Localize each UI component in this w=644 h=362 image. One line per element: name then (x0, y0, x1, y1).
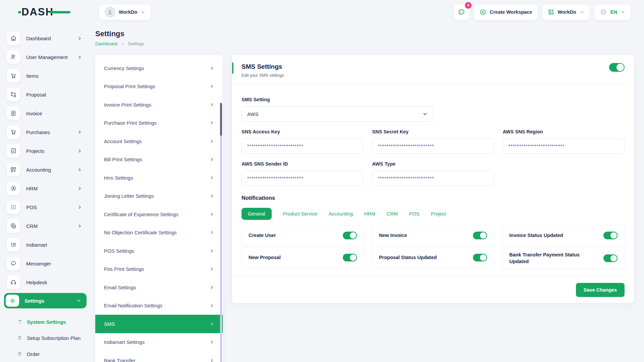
menu-item-email-settings[interactable]: Email Settings (95, 278, 223, 297)
squares-transfer-icon (7, 88, 20, 101)
sidebar-item-items[interactable]: Items (0, 66, 91, 85)
menu-item-account-settings[interactable]: Account Settings (95, 132, 223, 150)
sidebar-item-hrm[interactable]: HRM (0, 179, 91, 198)
headphones-icon (7, 276, 20, 289)
chevron-right-icon (77, 205, 82, 209)
create-user-toggle[interactable] (343, 232, 357, 239)
sidebar-item-crm[interactable]: CRM (0, 217, 91, 235)
chevron-right-icon (210, 340, 214, 344)
sms-settings-enable-toggle[interactable] (609, 63, 625, 72)
person-scan-icon (7, 182, 20, 195)
sidebar-item-indiamart[interactable]: Indiamart (0, 235, 91, 254)
create-workspace-button[interactable]: Create Workspace (474, 4, 537, 20)
bank-transfer-payment-status-toggle[interactable] (603, 254, 618, 262)
breadcrumb-current: Settings (128, 41, 144, 46)
field-sns-secret-key: SNS Secret Key (372, 129, 494, 154)
menu-item-indiamart-settings[interactable]: Indiamart Settings (95, 333, 223, 352)
chevron-right-icon (77, 168, 82, 172)
chevron-right-icon (77, 36, 82, 41)
chevron-down-icon (141, 10, 145, 14)
sns-access-key-input[interactable] (241, 138, 363, 154)
menu-item-no-objection-certificate-settings[interactable]: No Objection Certificate Settings (95, 224, 223, 242)
menu-item-currency-settings[interactable]: Currency Settings (95, 59, 223, 77)
aws-sns-sender-id-input[interactable] (241, 171, 363, 186)
chevron-right-icon (210, 121, 214, 125)
plus-circle-icon (479, 9, 486, 16)
menu-item-bill-print-settings[interactable]: Bill Print Settings (95, 150, 223, 169)
submenu-item-setup-subscription-plan[interactable]: Setup Subscription Plan (0, 330, 91, 346)
tab-accounting[interactable]: Accounting (329, 208, 353, 220)
chevron-right-icon (210, 103, 214, 107)
tab-product-service[interactable]: Product Service (283, 208, 317, 220)
proposal-status-updated-toggle[interactable] (473, 254, 487, 261)
brand-logo[interactable]: DASH (21, 6, 72, 18)
workspace-switcher[interactable]: WorkDo (99, 4, 151, 20)
language-button[interactable]: EN (594, 4, 631, 20)
tab-pos[interactable]: POS (409, 208, 420, 220)
menu-item-pos-settings[interactable]: POS Settings (95, 242, 223, 260)
sidebar-item-user-management[interactable]: User Management (0, 48, 91, 66)
menu-item-pos-print-settings[interactable]: Pos Print Settings (95, 260, 223, 279)
chevron-right-icon (210, 230, 214, 235)
sidebar-item-purchases[interactable]: Purchases (0, 123, 91, 141)
scrollbar-track[interactable] (220, 103, 222, 362)
chevron-right-icon (210, 267, 214, 271)
menu-item-proposal-print-settings[interactable]: Proposal Print Settings (95, 77, 223, 96)
menu-item-certificate-of-experience-settings[interactable]: Certificate of Experience Settings (95, 205, 223, 224)
sidebar-item-messenger[interactable]: Messenger (0, 254, 91, 273)
bullet-icon (18, 320, 21, 323)
submenu-item-system-settings[interactable]: System Settings (0, 314, 91, 330)
menu-item-invoice-print-settings[interactable]: Invoice Print Settings (95, 96, 223, 114)
toggle-knob (616, 64, 624, 71)
notification-card-new-proposal: New Proposal (241, 247, 364, 268)
scrollbar-thumb[interactable] (220, 103, 222, 136)
check-square-icon (7, 144, 20, 158)
brand-name: DASH (21, 6, 54, 18)
new-proposal-toggle[interactable] (343, 254, 357, 261)
panel-header: SMS Settings Edit your SMS settings (232, 55, 634, 85)
aws-type-input[interactable] (372, 171, 494, 186)
menu-item-purchase-print-settings[interactable]: Purchase Print Settings (95, 114, 223, 132)
menu-item-hrm-settings[interactable]: Hrm Settings (95, 169, 223, 187)
messages-button[interactable]: 0 (454, 4, 469, 20)
sidebar-item-pos[interactable]: POS (0, 198, 91, 217)
submenu-item-order[interactable]: Order (0, 346, 91, 362)
sidebar-item-accounting[interactable]: Accounting (0, 160, 91, 179)
invoice-status-updated-toggle[interactable] (603, 232, 618, 239)
panel-body: SMS Setting AWS SNS Access Key SNS Se (232, 85, 634, 277)
breadcrumb: Dashboard Settings (95, 41, 634, 46)
sidebar-item-projects[interactable]: Projects (0, 141, 91, 160)
grid-plus-icon (7, 163, 20, 176)
workdo-menu-button[interactable]: WorkDo (542, 4, 590, 20)
sidebar-item-invoice[interactable]: Invoice (0, 104, 91, 123)
chevron-right-icon (77, 130, 82, 134)
tab-hrm[interactable]: HRM (364, 208, 375, 220)
toggle-knob (610, 255, 617, 261)
workdo-menu-label: WorkDo (558, 9, 576, 15)
breadcrumb-dashboard-link[interactable]: Dashboard (95, 41, 117, 46)
panel-footer: Save Changes (232, 277, 634, 303)
panel-title: SMS Settings (241, 63, 284, 70)
aws-sns-region-input[interactable] (503, 138, 625, 154)
menu-item-bank-transfer[interactable]: Bank Transfer (95, 351, 223, 362)
tab-project[interactable]: Project (431, 208, 446, 220)
tab-crm[interactable]: CRM (387, 208, 398, 220)
menu-item-sms[interactable]: SMS (95, 315, 223, 333)
sidebar-item-helpdesk[interactable]: Helpdesk (0, 273, 91, 292)
sidebar-item-dashboard[interactable]: Dashboard (0, 29, 91, 48)
notification-column: Invoice Status Updated Bank Transfer Pay… (502, 225, 625, 269)
sidebar-item-settings[interactable]: Settings (4, 293, 87, 308)
sms-provider-select[interactable]: AWS (241, 106, 433, 122)
new-invoice-toggle[interactable] (473, 232, 487, 239)
tab-general[interactable]: General (241, 208, 272, 220)
sidebar-item-proposal[interactable]: Proposal (0, 85, 91, 104)
save-changes-button[interactable]: Save Changes (576, 283, 625, 297)
chevron-right-icon (210, 157, 214, 162)
toggle-knob (480, 254, 486, 261)
sns-secret-key-input[interactable] (372, 138, 494, 154)
chevron-right-icon (77, 186, 82, 191)
notification-toggle-grid: Create User New Proposal New (241, 225, 625, 269)
menu-item-email-notification-settings[interactable]: Email Notification Settings (95, 297, 223, 315)
selected-provider: AWS (247, 111, 259, 117)
menu-item-joining-letter-settings[interactable]: Joining Letter Settings (95, 187, 223, 205)
